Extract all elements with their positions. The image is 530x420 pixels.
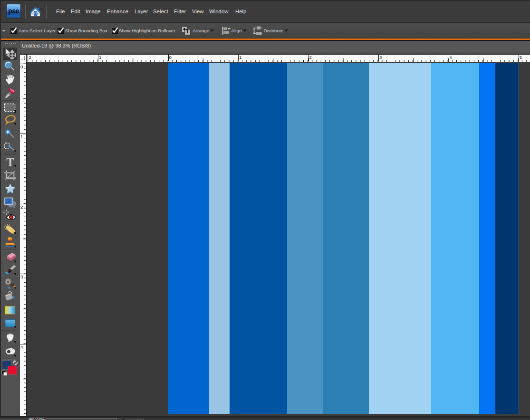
svg-text:T: T [6, 156, 14, 168]
